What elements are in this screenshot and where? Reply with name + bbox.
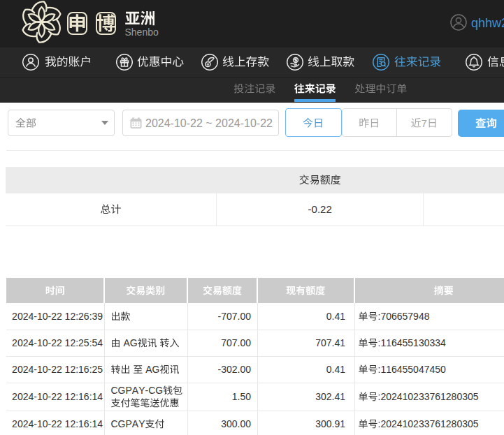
svg-text:707.00: 707.00 [221,337,251,348]
svg-text::706657948: :706657948 [378,311,430,322]
svg-text:2024-10-22 12:16:14: 2024-10-22 12:16:14 [12,418,103,429]
svg-text:2024-10-22 12:16:25: 2024-10-22 12:16:25 [12,364,103,375]
svg-text:-707.00: -707.00 [218,311,252,322]
svg-text:0.41: 0.41 [326,364,345,375]
svg-text:CGPAY-CG: CGPAY-CG [111,385,164,396]
svg-text:7: 7 [422,117,427,129]
svg-text:AG: AG [143,364,159,375]
svg-text:1.50: 1.50 [232,391,251,402]
svg-text:2024-10-22 ~ 2024-10-22: 2024-10-22 ~ 2024-10-22 [145,117,273,129]
svg-text:2024-10-22 12:26:39: 2024-10-22 12:26:39 [12,311,103,322]
svg-text:0.41: 0.41 [326,311,345,322]
svg-text:300.91: 300.91 [315,418,345,429]
svg-text:2024-10-22 12:16:14: 2024-10-22 12:16:14 [12,391,103,402]
svg-text:CGPAY: CGPAY [111,418,146,429]
svg-text:302.41: 302.41 [315,391,345,402]
svg-text::116455047450: :116455047450 [378,364,447,375]
svg-text::116455130334: :116455130334 [378,337,447,348]
svg-text:707.41: 707.41 [315,337,345,348]
svg-text:-302.00: -302.00 [218,364,252,375]
svg-text::202410233761280305: :202410233761280305 [378,418,479,429]
svg-text:Shenbo: Shenbo [125,27,159,38]
svg-text:2024-10-22 12:25:54: 2024-10-22 12:25:54 [12,337,103,348]
svg-text:qhhw23: qhhw23 [471,16,504,30]
svg-text::202410233761280305: :202410233761280305 [378,391,479,402]
svg-text:AG: AG [121,337,138,348]
svg-text:-0.22: -0.22 [308,203,332,215]
svg-text:300.00: 300.00 [221,418,251,429]
